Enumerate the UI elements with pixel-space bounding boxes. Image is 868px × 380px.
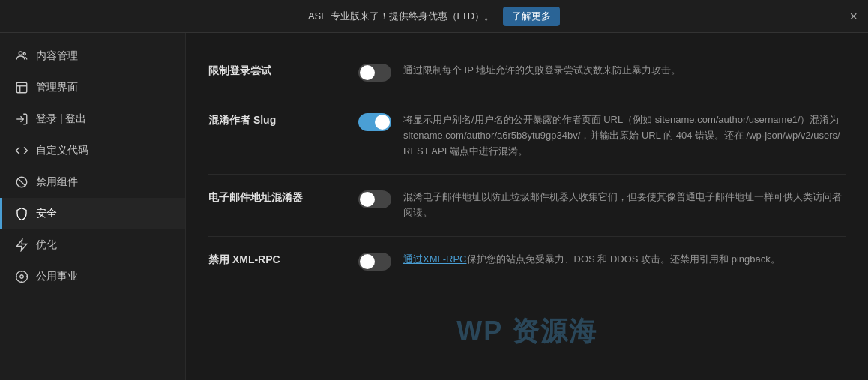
xmlrpc-link[interactable]: 通过XML-RPC xyxy=(403,253,467,265)
disable-icon xyxy=(15,175,28,189)
desc-limit-login: 通过限制每个 IP 地址允许的失败登录尝试次数来防止暴力攻击。 xyxy=(403,63,846,79)
setting-label-disable-xmlrpc: 禁用 XML-RPC xyxy=(208,252,343,267)
sidebar-item-utilities[interactable]: 公用事业 xyxy=(0,261,185,292)
setting-row-limit-login: 限制登录尝试 通过限制每个 IP 地址允许的失败登录尝试次数来防止暴力攻击。 xyxy=(208,48,846,97)
optimize-icon xyxy=(15,238,28,252)
toggle-area-disable-xmlrpc: 通过XML-RPC保护您的站点免受暴力、DOS 和 DDOS 攻击。还禁用引用和… xyxy=(358,252,846,271)
toggle-limit-login[interactable] xyxy=(358,64,391,82)
desc-email-obfuscator: 混淆电子邮件地址以防止垃圾邮件机器人收集它们，但要使其像普通电子邮件地址一样可供… xyxy=(403,190,846,221)
toggle-disable-xmlrpc[interactable] xyxy=(358,253,391,271)
sidebar-label-custom-code: 自定义代码 xyxy=(36,144,88,157)
sidebar-label-admin-ui: 管理界面 xyxy=(36,81,78,94)
banner-close-button[interactable]: × xyxy=(849,10,858,23)
admin-icon xyxy=(15,81,28,94)
toggle-email-obfuscator[interactable] xyxy=(358,190,391,208)
svg-point-9 xyxy=(20,275,24,279)
desc-obfuscate-author: 将显示用户别名/用户名的公开暴露的作者页面 URL（例如 sitename.co… xyxy=(403,112,846,159)
learn-more-button[interactable]: 了解更多 xyxy=(503,7,560,26)
sidebar-item-content-mgmt[interactable]: 内容管理 xyxy=(0,40,185,72)
svg-point-1 xyxy=(23,53,25,55)
sidebar-item-optimize[interactable]: 优化 xyxy=(0,229,185,261)
setting-label-obfuscate-author: 混淆作者 Slug xyxy=(208,112,343,127)
main-layout: 内容管理 管理界面 登录 | 登出 自定义代码 xyxy=(0,33,868,380)
setting-row-obfuscate-author: 混淆作者 Slug 将显示用户别名/用户名的公开暴露的作者页面 URL（例如 s… xyxy=(208,97,846,175)
toggle-obfuscate-author[interactable] xyxy=(358,113,391,131)
banner-message: ASE 专业版来了！提供终身优惠（LTD）。 xyxy=(308,10,494,23)
sidebar-item-login-logout[interactable]: 登录 | 登出 xyxy=(0,103,185,135)
sidebar-item-security[interactable]: 安全 xyxy=(0,198,185,229)
toggle-area-limit-login: 通过限制每个 IP 地址允许的失败登录尝试次数来防止暴力攻击。 xyxy=(358,63,846,82)
svg-rect-2 xyxy=(16,82,27,93)
setting-row-email-obfuscator: 电子邮件地址混淆器 混淆电子邮件地址以防止垃圾邮件机器人收集它们，但要使其像普通… xyxy=(208,175,846,237)
login-icon xyxy=(15,112,28,126)
content-area: 限制登录尝试 通过限制每个 IP 地址允许的失败登录尝试次数来防止暴力攻击。 混… xyxy=(186,33,868,380)
watermark: WP 资源海 xyxy=(456,313,597,350)
top-banner: ASE 专业版来了！提供终身优惠（LTD）。 了解更多 × xyxy=(0,0,868,33)
xmlrpc-suffix: 保护您的站点免受暴力、DOS 和 DDOS 攻击。还禁用引用和 pingback… xyxy=(467,253,780,265)
setting-label-limit-login: 限制登录尝试 xyxy=(208,63,343,78)
sidebar-label-security: 安全 xyxy=(36,207,57,220)
svg-line-7 xyxy=(18,178,26,187)
sidebar: 内容管理 管理界面 登录 | 登出 自定义代码 xyxy=(0,33,186,380)
sidebar-label-optimize: 优化 xyxy=(36,238,57,252)
security-icon xyxy=(15,207,28,220)
sidebar-item-custom-code[interactable]: 自定义代码 xyxy=(0,135,185,166)
sidebar-label-content-mgmt: 内容管理 xyxy=(36,49,78,63)
setting-label-email-obfuscator: 电子邮件地址混淆器 xyxy=(208,190,343,205)
code-icon xyxy=(15,144,28,157)
svg-marker-8 xyxy=(16,240,27,251)
sidebar-item-disable-components[interactable]: 禁用组件 xyxy=(0,166,185,198)
svg-point-0 xyxy=(19,52,22,55)
desc-disable-xmlrpc: 通过XML-RPC保护您的站点免受暴力、DOS 和 DDOS 攻击。还禁用引用和… xyxy=(403,252,846,268)
sidebar-label-disable-components: 禁用组件 xyxy=(36,175,78,189)
content-icon xyxy=(15,49,28,63)
toggle-area-email-obfuscator: 混淆电子邮件地址以防止垃圾邮件机器人收集它们，但要使其像普通电子邮件地址一样可供… xyxy=(358,190,846,221)
toggle-area-obfuscate-author: 将显示用户别名/用户名的公开暴露的作者页面 URL（例如 sitename.co… xyxy=(358,112,846,159)
utilities-icon xyxy=(15,270,28,283)
sidebar-label-login-logout: 登录 | 登出 xyxy=(36,112,86,126)
banner-text: ASE 专业版来了！提供终身优惠（LTD）。 了解更多 xyxy=(308,7,560,26)
sidebar-item-admin-ui[interactable]: 管理界面 xyxy=(0,72,185,103)
sidebar-label-utilities: 公用事业 xyxy=(36,270,78,283)
setting-row-disable-xmlrpc: 禁用 XML-RPC 通过XML-RPC保护您的站点免受暴力、DOS 和 DDO… xyxy=(208,237,846,286)
